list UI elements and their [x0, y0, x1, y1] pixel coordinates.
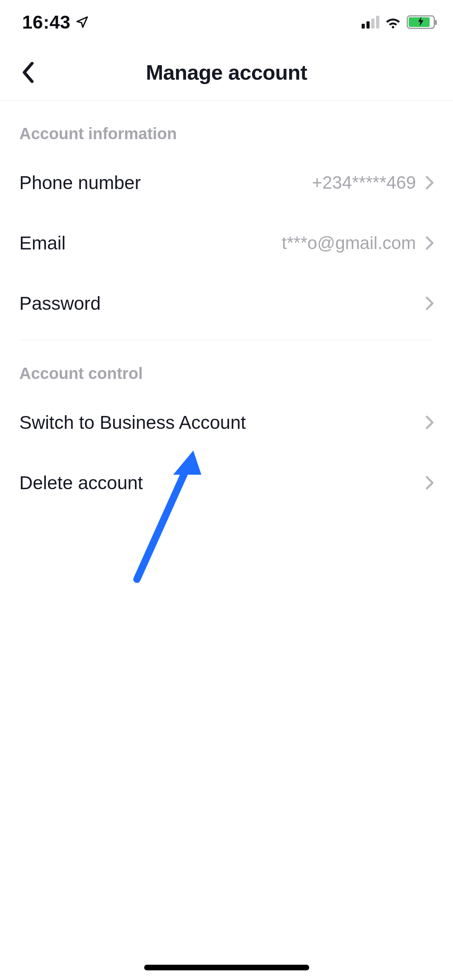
- nav-header: Manage account: [0, 44, 453, 101]
- section-account-information: Account information Phone number +234***…: [0, 101, 453, 334]
- chevron-right-icon: [426, 296, 434, 310]
- row-value: t***o@gmail.com: [282, 233, 416, 253]
- section-account-control: Account control Switch to Business Accou…: [0, 340, 453, 513]
- section-header-account-information: Account information: [19, 101, 434, 152]
- row-delete-account[interactable]: Delete account: [19, 453, 434, 513]
- row-value: +234*****469: [312, 173, 416, 193]
- status-bar: 16:43: [0, 0, 453, 44]
- row-password[interactable]: Password: [19, 273, 434, 334]
- location-icon: [75, 15, 89, 29]
- chevron-right-icon: [426, 236, 434, 250]
- row-label: Phone number: [19, 172, 141, 194]
- status-left: 16:43: [22, 11, 89, 33]
- status-right: [362, 15, 435, 29]
- chevron-right-icon: [426, 176, 434, 189]
- cellular-signal-icon: [362, 16, 379, 29]
- row-phone-number[interactable]: Phone number +234*****469: [19, 152, 434, 213]
- row-label: Delete account: [19, 472, 143, 494]
- section-header-account-control: Account control: [19, 340, 434, 392]
- row-label: Password: [19, 292, 101, 314]
- wifi-icon: [384, 15, 402, 29]
- home-indicator[interactable]: [144, 965, 309, 970]
- row-switch-business[interactable]: Switch to Business Account: [19, 392, 434, 453]
- row-label: Switch to Business Account: [19, 412, 246, 433]
- back-button[interactable]: [16, 60, 40, 84]
- battery-icon: [407, 15, 435, 29]
- row-label: Email: [19, 232, 66, 254]
- row-email[interactable]: Email t***o@gmail.com: [19, 213, 434, 273]
- chevron-right-icon: [426, 476, 434, 490]
- chevron-right-icon: [426, 416, 434, 429]
- page-title: Manage account: [146, 60, 307, 84]
- chevron-left-icon: [21, 62, 35, 83]
- status-time: 16:43: [22, 11, 70, 33]
